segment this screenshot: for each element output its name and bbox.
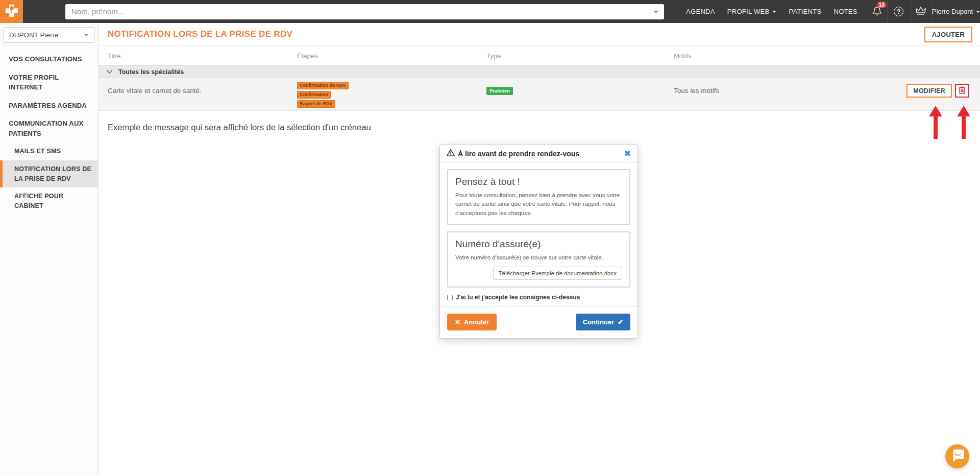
check-icon: ✔ (618, 318, 623, 326)
chevron-down-icon (106, 69, 113, 74)
column-header-titre: Titre (108, 52, 121, 60)
chevron-down-icon (976, 11, 980, 13)
notice-box-pensez: Pensez à tout ! Pour toute consultation,… (447, 169, 630, 225)
continue-button[interactable]: Continuer ✔ (576, 314, 630, 330)
column-header-type: Type (486, 52, 501, 60)
download-document-button[interactable]: Télécharger Exemple de documentation.doc… (493, 267, 622, 280)
modal-title: À lire avant de prendre rendez-vous (458, 150, 579, 158)
booking-notice-modal: À lire avant de prendre rendez-vous ✖ Pe… (439, 145, 638, 339)
app-screen: AGENDA PROFIL WEB PATIENTS NOTES 13 ? (0, 0, 980, 475)
page-header: NOTIFICATION LORS DE LA PRISE DE RDV AJO… (99, 23, 980, 46)
nav-profil-web[interactable]: PROFIL WEB (721, 0, 783, 23)
nav-patients[interactable]: PATIENTS (782, 0, 827, 23)
search-input[interactable] (65, 4, 664, 19)
patient-search (65, 4, 664, 19)
sidebar-item-consultations[interactable]: VOS CONSULTATIONS (0, 50, 98, 68)
sidebar-item-communication-patients[interactable]: COMMUNICATION AUX PATIENTS (0, 114, 98, 142)
help-icon: ? (894, 7, 903, 16)
add-button[interactable]: AJOUTER (924, 27, 972, 42)
user-menu[interactable]: Pierre Dupont (932, 0, 980, 23)
nav-links: AGENDA PROFIL WEB PATIENTS NOTES (680, 0, 864, 23)
consent-label: J'ai lu et j'accepte les consignes ci-de… (456, 294, 580, 301)
sidebar-item-parametres-agenda[interactable]: PARAMÈTRES AGENDA (0, 97, 98, 115)
chat-bubble-icon (951, 449, 964, 464)
notification-count-badge: 13 (877, 2, 887, 8)
x-icon: ✕ (455, 318, 460, 326)
consent-row: J'ai lu et j'accepte les consignes ci-de… (447, 294, 630, 301)
sidebar-item-affiche-cabinet[interactable]: AFFICHE POUR CABINET (0, 187, 98, 215)
sidebar-item-profil-internet[interactable]: VOTRE PROFIL INTERNET (0, 68, 98, 97)
page-title: NOTIFICATION LORS DE LA PRISE DE RDV (108, 29, 292, 39)
step-badge: Confirmation (297, 91, 331, 99)
cancel-button[interactable]: ✕ Annuler (447, 314, 497, 330)
warning-icon (447, 149, 455, 158)
nav-icon-group: 13 ? Pierre Dupont (867, 0, 980, 23)
column-header-motifs: Motifs (674, 52, 692, 60)
type-cell: Praticien (486, 85, 513, 94)
notice-box-numero: Numéro d'assuré(e) Votre numéro d'assuré… (447, 231, 630, 288)
notice-text: Votre numéro d'assuré(e) se trouve sur v… (455, 253, 622, 262)
chevron-down-icon (84, 34, 89, 36)
chat-launcher-button[interactable] (945, 444, 969, 468)
crown-icon (915, 6, 927, 18)
notice-text: Pour toute consultation, pensez bien à p… (455, 191, 622, 218)
type-badge: Praticien (486, 87, 513, 95)
modal-footer: ✕ Annuler Continuer ✔ (440, 306, 638, 338)
step-badge: Confirmation de RDV (297, 82, 349, 89)
consent-checkbox[interactable] (447, 295, 453, 300)
table-header: Titre Étapes Type Motifs (99, 46, 980, 65)
practitioner-name: DUPONT Pierre (9, 31, 59, 39)
sidebar-item-mails-sms[interactable]: MAILS ET SMS (0, 142, 98, 160)
trash-icon (959, 86, 966, 96)
specialty-group-row[interactable]: Toutes les spécialités (99, 65, 980, 78)
column-header-etapes: Étapes (297, 52, 317, 60)
nav-agenda[interactable]: AGENDA (680, 0, 721, 23)
practitioner-select[interactable]: DUPONT Pierre (4, 27, 94, 43)
premium-button[interactable] (910, 0, 932, 23)
chevron-down-icon (772, 11, 776, 13)
app-logo[interactable] (0, 0, 23, 23)
table-row: Carte vitale et carnet de santé. Confirm… (99, 78, 980, 111)
notice-heading: Pensez à tout ! (455, 176, 622, 187)
chevron-down-icon[interactable] (653, 11, 658, 13)
example-caption: Exemple de message qui sera affiché lors… (108, 123, 980, 132)
motifs-cell: Tous les motifs (674, 87, 719, 94)
annotation-arrow-delete (957, 106, 970, 139)
notification-title: Carte vitale et carnet de santé. (108, 87, 202, 94)
sidebar: DUPONT Pierre VOS CONSULTATIONS VOTRE PR… (0, 23, 99, 475)
notice-heading: Numéro d'assuré(e) (455, 239, 622, 250)
help-button[interactable]: ? (887, 0, 910, 23)
close-icon[interactable]: ✖ (624, 150, 631, 158)
step-badge: Rappel de RDV (297, 100, 335, 108)
sidebar-item-notification-rdv[interactable]: NOTIFICATION LORS DE LA PRISE DE RDV (0, 160, 98, 188)
top-navbar: AGENDA PROFIL WEB PATIENTS NOTES 13 ? (0, 0, 980, 23)
modify-button[interactable]: MODIFIER (906, 84, 952, 98)
nav-notes[interactable]: NOTES (827, 0, 863, 23)
notifications-button[interactable]: 13 (867, 0, 887, 23)
medical-cross-logo-icon (4, 3, 19, 20)
group-label: Toutes les spécialités (118, 68, 184, 76)
user-name: Pierre Dupont (932, 8, 973, 15)
modal-body: Pensez à tout ! Pour toute consultation,… (440, 163, 638, 301)
modal-header: À lire avant de prendre rendez-vous ✖ (440, 145, 638, 163)
steps-cell: Confirmation de RDV Confirmation Rappel … (297, 82, 349, 108)
delete-button[interactable] (955, 84, 969, 98)
annotation-arrow-modify (929, 106, 942, 139)
